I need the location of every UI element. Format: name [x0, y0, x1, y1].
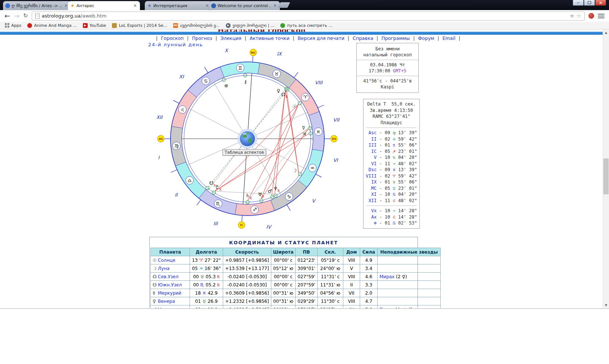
- bookmark-item[interactable]: LoL Esports | 2014 Se...: [112, 23, 167, 28]
- tab-title: Антарес: [76, 3, 131, 8]
- house-cusp-row: Asc - 09 ♍ 13' 39": [363, 130, 419, 136]
- menu-icon[interactable]: [598, 14, 605, 18]
- declination-cell: 11°30' с: [318, 297, 343, 305]
- axis-label: DS: [332, 137, 336, 141]
- planet-link[interactable]: Меркурий: [158, 291, 181, 296]
- cusp-tick: [253, 56, 253, 62]
- declination-cell: 04°56' ю: [318, 289, 343, 297]
- house-number: III: [213, 221, 218, 226]
- planet-link[interactable]: Солнце: [158, 258, 175, 263]
- sign-glyph: ♎: [393, 136, 396, 142]
- longitude-cell: 18 ♓ 42.9: [190, 289, 223, 297]
- bookmark-item[interactable]: ▶ვიდეო პორტალი | ...: [226, 23, 274, 28]
- titlebar: ღ მზე ვერძში / Aries -> ...×★Антарес×★Ин…: [0, 0, 609, 10]
- retrograde-mark: R: [286, 95, 288, 99]
- saturn-glyph: ♄: [246, 193, 250, 198]
- house-cusp-row: IC - 05 ♐ 23' 01": [363, 148, 419, 155]
- tab-close-icon[interactable]: ×: [272, 3, 278, 8]
- planet-cell: ♀Венера: [151, 297, 190, 305]
- planet-glyph: ☊: [153, 274, 158, 279]
- window-minimize-button[interactable]: ─: [573, 0, 584, 6]
- nav-link[interactable]: Email: [443, 35, 456, 41]
- house-number: XI: [179, 74, 184, 79]
- sign-glyph: ♌: [180, 107, 185, 113]
- bookmark-star-icon[interactable]: ☆: [577, 13, 581, 19]
- fixed-star-link[interactable]: Мирах: [380, 274, 394, 279]
- planet-link[interactable]: Сев.Узел: [158, 274, 178, 279]
- bookmark-item[interactable]: ▶YouTube: [83, 23, 106, 28]
- bookmark-label: ვიდეო პორტალი | ...: [232, 23, 274, 28]
- planet-link[interactable]: Венера: [158, 299, 175, 304]
- window-maximize-button[interactable]: [584, 0, 595, 6]
- sign-glyph: ♈: [199, 258, 203, 263]
- fixed-star-link[interactable]: Полис: [380, 307, 394, 308]
- browser-tab[interactable]: Welcome to your control ...×: [209, 1, 280, 10]
- longitude-cell: 02 ♑ 19.9: [190, 305, 223, 308]
- bookmark-label: YouTube: [90, 23, 106, 28]
- retrograde-mark: R: [217, 283, 220, 287]
- venus-glyph: ♀: [277, 88, 280, 94]
- sign-glyph: ♏: [200, 282, 204, 288]
- cusp-label: IC: [366, 149, 377, 154]
- bookmark-item[interactable]: Apps: [4, 23, 21, 28]
- pv-cell: 207°59': [296, 281, 318, 289]
- center-globe[interactable]: [238, 130, 256, 148]
- address-bar[interactable]: astrology.org.ua/aweb.htm ≡ ☆: [32, 12, 585, 21]
- scrollbar-thumb[interactable]: [603, 159, 609, 194]
- back-button[interactable]: ←: [4, 13, 10, 19]
- cusp-label: MC: [366, 186, 377, 191]
- bookmark-item[interactable]: путь аса смотреть ...: [280, 23, 332, 28]
- cusp-label: Vx: [366, 208, 377, 213]
- tab-close-icon[interactable]: ×: [132, 3, 138, 8]
- scroll-up-button[interactable]: ▲: [603, 29, 609, 35]
- nav-link[interactable]: Программы: [381, 35, 410, 41]
- house-cell: II: [343, 281, 360, 289]
- page-viewport: Натальный гороскоп | Гороскоп | Прогноз …: [0, 29, 609, 308]
- birth-city: Kaspi: [357, 84, 418, 90]
- browser-tab[interactable]: ★Антарес×: [68, 1, 140, 10]
- planet-link[interactable]: Луна: [158, 266, 169, 271]
- page-action-icon[interactable]: ≡: [570, 13, 574, 19]
- latitude-cell: 05°12' ю: [271, 264, 296, 273]
- browser-tab[interactable]: ★Интерпретация×: [145, 1, 212, 10]
- sign-glyph: ♈: [393, 173, 396, 179]
- pv-cell: 272°27': [296, 305, 318, 308]
- timezone: GMT+5: [393, 68, 406, 73]
- natal-chart-wheel: ♈♉♊♋♌♍♎♏♐♑♒♓IIIIIIIVVVIVIIVIIIIXXXIXII☉☊…: [147, 38, 348, 239]
- reload-button[interactable]: ↻: [23, 13, 28, 19]
- window-close-button[interactable]: ×: [595, 0, 606, 6]
- planet-link[interactable]: Южн.Узел: [158, 282, 182, 288]
- retrograde-mark: R: [219, 188, 222, 192]
- bookmark-item[interactable]: Anime And Manga ...: [27, 23, 76, 28]
- planet-link[interactable]: Марс: [158, 307, 170, 308]
- longitude-cell: 13 ♈ 27' 22": [190, 256, 223, 264]
- house-cusp-row: II - 02 ♎ 59' 42": [363, 136, 419, 142]
- declination-cell: 23°27' ю: [318, 305, 343, 308]
- window-controls: ─ ×: [572, 0, 606, 6]
- latitude-cell: 00°31' ю: [271, 289, 296, 297]
- new-tab-button[interactable]: [278, 2, 290, 8]
- cusp-label: VI: [366, 161, 377, 166]
- forward-button[interactable]: →: [14, 13, 19, 19]
- extension-icon[interactable]: [588, 13, 594, 19]
- house-cell: V: [343, 264, 360, 273]
- planet-cell: ☿Меркурий: [151, 289, 190, 297]
- scroll-down-button[interactable]: ▼: [603, 302, 609, 308]
- cusp-label: III: [366, 142, 377, 148]
- scrollbar[interactable]: ▲ ▼: [603, 29, 609, 308]
- declination-cell: 05°19' с: [318, 256, 343, 264]
- fortune-glyph: ⊗: [224, 83, 228, 88]
- nav-link[interactable]: Форум: [418, 35, 434, 41]
- planet-glyph: ☽: [153, 266, 158, 271]
- fixed-star-cell: [378, 297, 441, 305]
- browser-tab[interactable]: ღ მზე ვერძში / Aries -> ...×: [3, 1, 71, 10]
- bookmark-item[interactable]: MYავტომობილების ყ...: [173, 23, 220, 28]
- browser-window: ღ მზე ვერძში / Aries -> ...×★Антарес×★Ин…: [0, 0, 609, 309]
- sign-glyph: ♒: [393, 161, 396, 166]
- table-row: ♀Венера01 ♉ 26.9+1.2332 [+0.9856]00°31' …: [151, 297, 441, 305]
- sign-glyph: ♒: [393, 208, 396, 213]
- nav-link[interactable]: Справка: [353, 35, 373, 41]
- sign-glyph: ♌: [393, 198, 396, 203]
- planet-glyph: ☋: [153, 282, 158, 288]
- table-row: ☋Южн.Узел00 ♏ 05.2 R-0.0240 [-0.0530]00°…: [151, 281, 441, 289]
